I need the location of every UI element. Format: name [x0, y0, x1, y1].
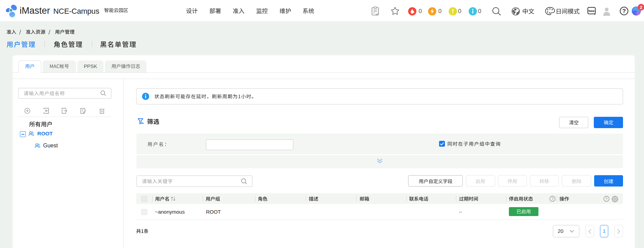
svg-text:New: New — [589, 9, 595, 13]
svg-text:?: ? — [605, 197, 608, 201]
svg-text:2: 2 — [640, 5, 643, 10]
svg-text:?: ? — [551, 197, 553, 201]
svg-text:?: ? — [622, 8, 626, 14]
